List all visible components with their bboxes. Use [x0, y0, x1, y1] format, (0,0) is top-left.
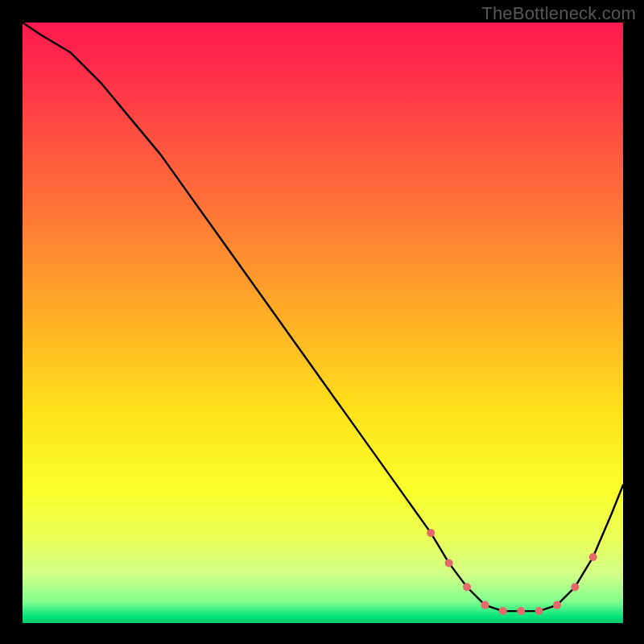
curve-marker [481, 601, 489, 609]
watermark-text: TheBottleneck.com [481, 3, 636, 24]
curve-marker [535, 607, 543, 615]
curve-marker [463, 583, 471, 591]
chart-frame: TheBottleneck.com [0, 0, 644, 644]
curve-marker [427, 529, 435, 537]
curve-marker [571, 583, 579, 591]
chart-svg [23, 23, 623, 623]
curve-marker [445, 559, 453, 567]
gradient-background [23, 23, 623, 623]
plot-area [23, 23, 623, 623]
curve-marker [553, 601, 561, 609]
curve-marker [517, 607, 525, 615]
curve-marker [499, 607, 507, 615]
curve-marker [589, 553, 597, 561]
